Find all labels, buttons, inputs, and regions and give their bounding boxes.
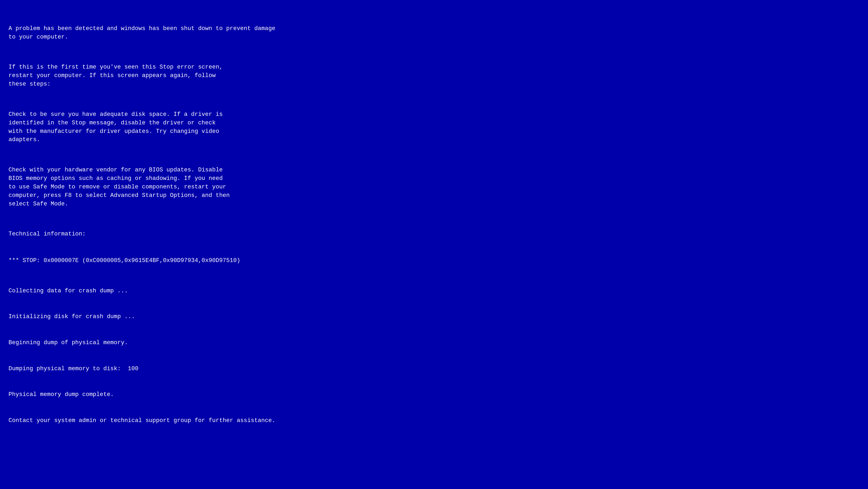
bsod-screen: A problem has been detected and windows …	[0, 0, 868, 489]
technical-info-label: Technical information:	[8, 230, 275, 238]
stop-code: *** STOP: 0x0000007E (0xC0000005,0x9615E…	[8, 257, 275, 265]
beginning-line: Beginning dump of physical memory.	[8, 338, 275, 347]
disk-check-paragraph: Check to be sure you have adequate disk …	[8, 110, 275, 144]
initializing-line: Initializing disk for crash dump ...	[8, 313, 275, 321]
intro-paragraph: A problem has been detected and windows …	[8, 25, 275, 41]
bsod-content: A problem has been detected and windows …	[8, 7, 275, 442]
contact-line: Contact your system admin or technical s…	[8, 417, 275, 425]
dumping-line: Dumping physical memory to disk: 100	[8, 365, 275, 373]
collecting-line: Collecting data for crash dump ...	[8, 287, 275, 295]
dump-complete-line: Physical memory dump complete.	[8, 390, 275, 399]
first-time-paragraph: If this is the first time you've seen th…	[8, 63, 275, 89]
bios-check-paragraph: Check with your hardware vendor for any …	[8, 166, 275, 208]
